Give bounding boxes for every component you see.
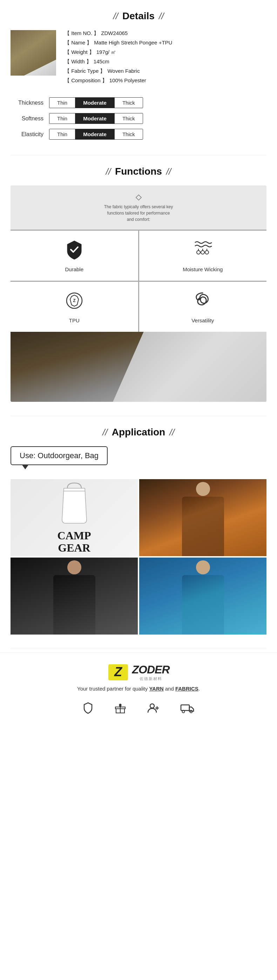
svg-point-2 bbox=[205, 251, 209, 254]
brand-name: ZODER bbox=[132, 663, 170, 676]
elasticity-row: Elasticity Thin Moderate Thick bbox=[14, 129, 263, 140]
item-no-value: ZDW24065 bbox=[101, 30, 128, 36]
camp-gear-logo: CAMPGEAR bbox=[58, 530, 91, 554]
thickness-thin[interactable]: Thin bbox=[50, 98, 75, 108]
width-row: 【 Width 】 145cm bbox=[64, 59, 266, 65]
svg-rect-17 bbox=[181, 705, 189, 711]
functions-section: // Functions // ◇ The fabric typically o… bbox=[0, 159, 277, 412]
name-label: 【 Name 】 bbox=[64, 40, 92, 46]
details-heading: Details bbox=[122, 11, 155, 22]
app-image-jacket-brown bbox=[139, 479, 266, 556]
person-head-black bbox=[67, 560, 81, 574]
moisture-icon bbox=[192, 239, 213, 263]
details-title-row: // Details // bbox=[11, 11, 266, 22]
moisture-label: Moisture Wicking bbox=[183, 266, 223, 272]
softness-thin[interactable]: Thin bbox=[50, 113, 75, 124]
app-slash-left: // bbox=[102, 427, 107, 438]
width-value: 145cm bbox=[94, 59, 109, 64]
functions-visual: ◇ The fabric typically offers several ke… bbox=[11, 186, 266, 402]
person-figure-brown bbox=[182, 482, 224, 556]
fabric-type-label: 【 Fabric Type 】 bbox=[64, 68, 105, 75]
brand-name-block: ZODER 佐德新材料 bbox=[132, 663, 170, 681]
durable-label: Durable bbox=[65, 266, 83, 272]
use-label: Use: Outdoorgear, Bag bbox=[11, 446, 108, 465]
versatility-icon bbox=[192, 290, 213, 314]
function-card-durable: Durable bbox=[11, 231, 138, 281]
elasticity-thick[interactable]: Thick bbox=[115, 129, 143, 139]
application-heading: Application bbox=[112, 426, 165, 438]
shield-footer-icon bbox=[83, 702, 93, 716]
person-head-blue bbox=[196, 560, 210, 574]
gift-footer-icon bbox=[114, 702, 126, 716]
app-slash-right: // bbox=[169, 427, 174, 438]
functions-top: ◇ The fabric typically offers several ke… bbox=[11, 186, 266, 230]
app-image-jacket-black bbox=[11, 558, 138, 635]
composition-value: 100% Polyester bbox=[109, 77, 146, 83]
functions-description: The fabric typically offers several key … bbox=[103, 204, 174, 223]
thickness-row: Thickness Thin Moderate Thick bbox=[14, 97, 263, 108]
application-images-grid: CAMPGEAR bbox=[11, 479, 266, 635]
person-figure-blue bbox=[182, 560, 224, 635]
function-card-versatility: Versatility bbox=[139, 282, 267, 332]
attributes-section: Thickness Thin Moderate Thick Softness T… bbox=[11, 97, 266, 140]
divider-3 bbox=[11, 649, 266, 649]
person-head-brown bbox=[196, 482, 210, 496]
details-content: 【 Item NO. 】 ZDW24065 【 Name 】 Matte Hig… bbox=[11, 30, 266, 87]
app-image-jacket-blue bbox=[139, 558, 266, 635]
tpu-icon: Z bbox=[64, 290, 85, 314]
thickness-label: Thickness bbox=[14, 100, 49, 106]
svg-point-0 bbox=[197, 251, 200, 254]
function-card-moisture: Moisture Wicking bbox=[139, 231, 267, 281]
tagline-yarn: YARN bbox=[149, 686, 163, 692]
elasticity-thin[interactable]: Thin bbox=[50, 129, 75, 139]
tagline-suffix: . bbox=[199, 686, 200, 692]
weight-row: 【 Weight 】 197g/ ㎡ bbox=[64, 49, 266, 56]
softness-thick[interactable]: Thick bbox=[115, 113, 143, 124]
thickness-thick[interactable]: Thick bbox=[115, 98, 143, 108]
durable-icon bbox=[64, 239, 85, 263]
composition-label: 【 Composition 】 bbox=[64, 77, 107, 84]
truck-footer-icon bbox=[180, 702, 194, 716]
softness-options: Thin Moderate Thick bbox=[49, 113, 143, 124]
weight-value: 197g/ ㎡ bbox=[96, 49, 117, 56]
tpu-label: TPU bbox=[69, 317, 80, 323]
person-figure-black bbox=[53, 560, 95, 635]
softness-row: Softness Thin Moderate Thick bbox=[14, 113, 263, 124]
brand-subtitle: 佐德新材料 bbox=[132, 676, 170, 681]
functions-slash-left: // bbox=[106, 166, 111, 177]
footer-icons bbox=[11, 698, 266, 716]
brand-logo-icon: Z bbox=[108, 663, 129, 681]
width-label: 【 Width 】 bbox=[64, 59, 91, 65]
item-no-label: 【 Item NO. 】 bbox=[64, 30, 99, 37]
thickness-options: Thin Moderate Thick bbox=[49, 97, 143, 108]
softness-label: Softness bbox=[14, 116, 49, 122]
application-section: // Application // Use: Outdoorgear, Bag … bbox=[0, 420, 277, 645]
application-title-row: // Application // bbox=[11, 426, 266, 438]
divider-2 bbox=[11, 416, 266, 416]
footer-tagline: Your trusted partner for quality YARN an… bbox=[11, 686, 266, 692]
tagline-mid: and bbox=[164, 686, 175, 692]
fabric-type-value: Woven Fabric bbox=[107, 68, 139, 74]
softness-moderate[interactable]: Moderate bbox=[75, 113, 115, 124]
person-body-blue bbox=[182, 575, 224, 635]
functions-background bbox=[11, 332, 266, 402]
details-info: 【 Item NO. 】 ZDW24065 【 Name 】 Matte Hig… bbox=[64, 30, 266, 87]
app-image-bag: CAMPGEAR bbox=[11, 479, 138, 556]
functions-heading: Functions bbox=[115, 166, 162, 177]
elasticity-moderate[interactable]: Moderate bbox=[75, 129, 115, 139]
fabric-swatch bbox=[11, 30, 56, 76]
functions-title-row: // Functions // bbox=[11, 166, 266, 177]
svg-text:Z: Z bbox=[73, 298, 75, 303]
footer-section: Z ZODER 佐德新材料 Your trusted partner for q… bbox=[0, 652, 277, 727]
tagline-prefix: Your trusted partner for quality bbox=[77, 686, 149, 692]
functions-grid: Durable bbox=[11, 230, 266, 332]
elasticity-label: Elasticity bbox=[14, 131, 49, 138]
bag-svg bbox=[57, 481, 92, 527]
name-value: Matte High Stretch Pongee +TPU bbox=[94, 40, 172, 46]
functions-slash-right: // bbox=[166, 166, 171, 177]
thickness-moderate[interactable]: Moderate bbox=[75, 98, 115, 108]
tagline-fabrics: FABRICS bbox=[175, 686, 199, 692]
diamond-icon: ◇ bbox=[18, 192, 259, 202]
details-section: // Details // 【 Item NO. 】 ZDW24065 【 Na… bbox=[0, 0, 277, 151]
person-body-black bbox=[53, 575, 95, 635]
